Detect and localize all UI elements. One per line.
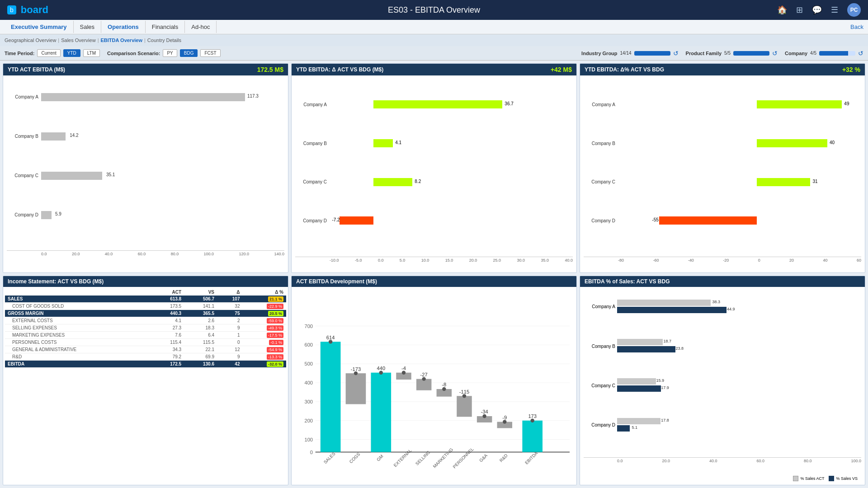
svg-text:-34: -34 [481, 409, 488, 414]
pct-bar-c: Company C 31 [584, 177, 861, 187]
income-header: Income Statement: ACT VS BDG (M$) [3, 276, 288, 287]
menu-icon[interactable]: ☰ [831, 5, 838, 15]
time-period-label: Time Period: [5, 51, 34, 56]
chart2-axis: -10.0-5.00.05.010.015.020.025.030.035.04… [295, 257, 573, 263]
print-icon[interactable]: ⊞ [796, 5, 803, 15]
table-row: GROSS MARGIN 440.3 365.5 75 20.5 % [5, 310, 286, 317]
bar-row-c: Company C 35.1 [7, 171, 284, 181]
svg-point-27 [442, 387, 446, 391]
time-period-group: Time Period: Current YTD LTM [5, 49, 100, 57]
time-ytd-btn[interactable]: YTD [63, 49, 80, 57]
svg-text:COGS: COGS [348, 451, 361, 464]
svg-point-19 [354, 371, 358, 375]
pct-bar-a-fill [757, 100, 842, 108]
pct-row-a: Company A 38.3 44.9 [584, 300, 861, 314]
pct-bar-c-fill [757, 178, 810, 186]
breadcrumb-ebitda[interactable]: EBITDA Overview [100, 38, 142, 43]
company-filter: Company 4/5 ↺ [785, 50, 863, 57]
nav-sales[interactable]: Sales [74, 21, 102, 33]
product-family-filter: Product Family 5/5 ↺ [686, 50, 778, 57]
pct-row-c: Company C 15.9 17.9 [584, 378, 861, 393]
ytd-act-header: YTD ACT EBITDA (M$) 172.5 M$ [3, 64, 288, 75]
delta-bar-d: Company D -7.2 [295, 216, 573, 225]
ytd-act-chart: Company A 117.3 Company B 14.2 Company C [7, 77, 284, 271]
industry-label: Industry Group [581, 51, 617, 56]
comparison-label: Comparison Scenario: [107, 51, 160, 56]
nav-adhoc[interactable]: Ad-hoc [185, 21, 217, 33]
svg-point-17 [329, 340, 332, 343]
breadcrumb-country[interactable]: Country Details [147, 38, 181, 43]
table-row: PERSONNEL COSTS 115.4 115.5 0 -0.1 % [5, 339, 286, 346]
industry-refresh-icon[interactable]: ↺ [673, 50, 679, 57]
breadcrumb-sales[interactable]: Sales Overview [61, 38, 95, 43]
comparison-group: Comparison Scenario: PY BDG FCST [107, 49, 220, 57]
home-icon[interactable]: 🏠 [777, 5, 787, 15]
table-row: EXTERNAL COSTS 4.1 2.6 2 -59.0 % [5, 317, 286, 324]
ebitda-pct-title: EBITDA % of Sales: ACT VS BDG [585, 278, 670, 285]
comparison-py-btn[interactable]: PY [163, 49, 177, 57]
breadcrumb-geo[interactable]: Geographical Overview [5, 38, 56, 43]
chat-icon[interactable]: 💬 [812, 5, 822, 15]
svg-text:SALES: SALES [323, 451, 336, 465]
industry-progress [634, 51, 670, 56]
ytd-delta-card: YTD EBITDA: Δ ACT VS BDG (M$) +42 M$ Com… [291, 63, 577, 273]
svg-text:EBITDA: EBITDA [524, 450, 539, 465]
ebitda-pct-sales-card: EBITDA % of Sales: ACT VS BDG Company A … [580, 276, 865, 485]
ytd-delta-chart: Company A 36.7 Company B 4.1 [295, 77, 573, 271]
bar-row-b: Company B 14.2 [7, 131, 284, 141]
bar-b [41, 132, 66, 141]
delta-bar-d-fill [340, 216, 373, 225]
legend-act-box [793, 476, 798, 481]
svg-text:GM: GM [376, 454, 384, 462]
svg-point-33 [503, 420, 506, 423]
back-button[interactable]: Back [850, 23, 863, 30]
ytd-pct-header: YTD EBITDA: Δ% ACT VS BDG +32 % [580, 64, 865, 75]
board-logo-icon: b [7, 5, 16, 14]
svg-point-35 [531, 419, 534, 422]
pct-act-b [617, 339, 663, 345]
ytd-act-value: 172.5 M$ [257, 66, 283, 73]
nav-operations[interactable]: Operations [101, 21, 146, 33]
time-current-btn[interactable]: Current [37, 49, 60, 57]
income-title: Income Statement: ACT VS BDG (M$) [8, 278, 104, 285]
waterfall-svg: 700 600 500 400 300 200 100 0 614 [295, 289, 573, 483]
nav-executive-summary[interactable]: Executive Summary [5, 21, 74, 33]
user-avatar[interactable]: PC [847, 3, 861, 17]
dashboard-grid: YTD ACT EBITDA (M$) 172.5 M$ Company A 1… [0, 61, 868, 488]
svg-point-31 [482, 414, 486, 418]
ytd-pct-title: YTD EBITDA: Δ% ACT VS BDG [585, 66, 664, 73]
product-refresh-icon[interactable]: ↺ [772, 50, 778, 57]
ytd-act-body: Company A 117.3 Company B 14.2 Company C [3, 75, 288, 272]
ytd-delta-header: YTD EBITDA: Δ ACT VS BDG (M$) +42 M$ [292, 64, 576, 75]
delta-bar-c-fill [373, 178, 412, 186]
svg-text:-9: -9 [502, 415, 507, 420]
ytd-act-title: YTD ACT EBITDA (M$) [8, 66, 65, 73]
ytd-pct-card: YTD EBITDA: Δ% ACT VS BDG +32 % Company … [580, 63, 865, 273]
nav-financials[interactable]: Financials [146, 21, 185, 33]
svg-point-29 [462, 394, 466, 398]
svg-text:173: 173 [528, 413, 537, 419]
ytd-act-ebitda-card: YTD ACT EBITDA (M$) 172.5 M$ Company A 1… [3, 63, 288, 273]
bar-d [41, 211, 52, 219]
svg-text:440: 440 [377, 366, 385, 371]
time-ltm-btn[interactable]: LTM [83, 49, 100, 57]
product-progress [733, 51, 769, 56]
income-body: ACT VS Δ Δ % SALES 613.8 506.7 107 21.1 … [3, 287, 288, 485]
waterfall-title: ACT EBITDA Development (M$) [296, 278, 377, 285]
pct-act-a [617, 300, 711, 306]
svg-text:G&A: G&A [478, 453, 489, 463]
comparison-bdg-btn[interactable]: BDG [180, 49, 198, 57]
breadcrumb: Geographical Overview | Sales Overview |… [0, 34, 868, 46]
pct-bar-b-fill [757, 139, 827, 147]
company-refresh-icon[interactable]: ↺ [858, 50, 863, 57]
page-title: ES03 - EBITDA Overview [388, 5, 480, 15]
table-row: SALES 613.8 506.7 107 21.1 % [5, 296, 286, 303]
svg-text:-115: -115 [459, 389, 469, 394]
pct-bar-d-fill [659, 216, 756, 225]
delta-bar-c: Company C 8.2 [295, 177, 573, 187]
bar-ebitda [522, 421, 542, 452]
bar-gm [371, 373, 391, 452]
comparison-fcst-btn[interactable]: FCST [200, 49, 220, 57]
table-row: GENERAL & ADMINISTRATIVE 34.3 22.1 12 -5… [5, 346, 286, 353]
bar-row-a: Company A 117.3 [7, 92, 284, 102]
